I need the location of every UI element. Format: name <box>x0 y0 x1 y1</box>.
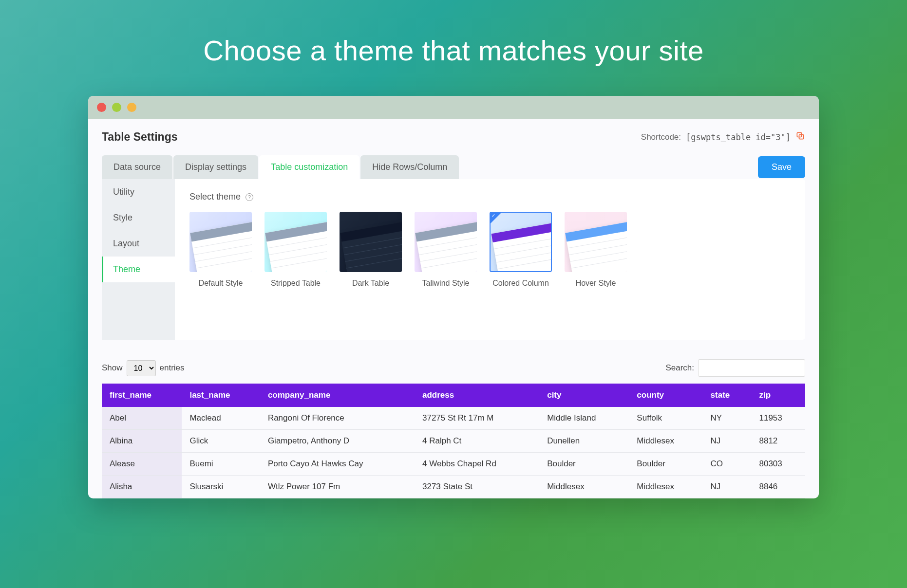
theme-card[interactable]: Taliwind Style <box>415 212 477 288</box>
table-header-row: first_namelast_namecompany_nameaddressci… <box>102 384 805 407</box>
column-header[interactable]: city <box>539 384 629 407</box>
search-label: Search: <box>665 363 694 373</box>
table-row: AlishaSlusarskiWtlz Power 107 Fm3273 Sta… <box>102 476 805 498</box>
check-icon: ✓ <box>491 213 495 218</box>
table-cell: Boulder <box>629 453 702 476</box>
show-label: Show <box>102 363 123 373</box>
theme-card[interactable]: Hover Style <box>565 212 627 288</box>
table-cell: Suffolk <box>629 407 702 430</box>
table-cell: Glick <box>182 430 260 453</box>
theme-name: Dark Table <box>340 279 402 288</box>
table-cell: NJ <box>703 430 752 453</box>
theme-card[interactable]: Stripped Table <box>265 212 327 288</box>
shortcode-label: Shortcode: <box>641 132 681 142</box>
theme-card[interactable]: ✓Colored Column <box>490 212 552 288</box>
theme-card[interactable]: Dark Table <box>340 212 402 288</box>
theme-thumbnail <box>265 212 327 272</box>
column-header[interactable]: address <box>415 384 539 407</box>
page-title: Table Settings <box>102 130 178 144</box>
table-cell: 4 Webbs Chapel Rd <box>415 453 539 476</box>
copy-icon[interactable] <box>795 131 805 143</box>
maximize-icon[interactable] <box>127 103 136 112</box>
main-tabs: Data source Display settings Table custo… <box>102 155 460 179</box>
table-cell: Porto Cayo At Hawks Cay <box>260 453 415 476</box>
save-button[interactable]: Save <box>758 156 805 178</box>
window-titlebar <box>88 96 819 119</box>
theme-thumbnail <box>565 212 627 272</box>
search-input[interactable] <box>698 359 805 377</box>
data-table: first_namelast_namecompany_nameaddressci… <box>102 384 805 498</box>
tab-display-settings[interactable]: Display settings <box>173 155 258 179</box>
table-cell: Boulder <box>539 453 629 476</box>
side-tabs: Utility Style Layout Theme <box>102 179 175 340</box>
entries-control: Show 10 entries <box>102 360 185 376</box>
column-header[interactable]: zip <box>751 384 805 407</box>
table-cell: Middle Island <box>539 407 629 430</box>
table-body: AbelMacleadRangoni Of Florence37275 St R… <box>102 407 805 498</box>
table-cell: Slusarski <box>182 476 260 498</box>
table-cell: Middlesex <box>629 476 702 498</box>
table-cell: Alisha <box>102 476 182 498</box>
shortcode-display: Shortcode: [gswpts_table id="3"] <box>641 131 805 143</box>
side-tab-utility[interactable]: Utility <box>102 179 175 205</box>
theme-name: Default Style <box>189 279 252 288</box>
side-tab-theme[interactable]: Theme <box>102 257 175 282</box>
theme-thumbnail: ✓ <box>490 212 552 272</box>
page-size-select[interactable]: 10 <box>127 360 156 376</box>
table-cell: 4 Ralph Ct <box>415 430 539 453</box>
table-cell: CO <box>703 453 752 476</box>
column-header[interactable]: county <box>629 384 702 407</box>
table-cell: Giampetro, Anthony D <box>260 430 415 453</box>
select-theme-label: Select theme ? <box>189 192 791 202</box>
table-cell: Dunellen <box>539 430 629 453</box>
tab-hide-rows-column[interactable]: Hide Rows/Column <box>360 155 459 179</box>
table-cell: Abel <box>102 407 182 430</box>
table-cell: Buemi <box>182 453 260 476</box>
side-tab-style[interactable]: Style <box>102 205 175 231</box>
column-header[interactable]: last_name <box>182 384 260 407</box>
column-header[interactable]: state <box>703 384 752 407</box>
search-control: Search: <box>665 359 805 377</box>
table-cell: Middlesex <box>539 476 629 498</box>
hero-title: Choose a theme that matches your site <box>0 0 907 96</box>
table-cell: Middlesex <box>629 430 702 453</box>
shortcode-value: [gswpts_table id="3"] <box>686 132 791 142</box>
table-cell: 80303 <box>751 453 805 476</box>
theme-name: Stripped Table <box>265 279 327 288</box>
table-cell: 3273 State St <box>415 476 539 498</box>
table-cell: NY <box>703 407 752 430</box>
tab-data-source[interactable]: Data source <box>102 155 172 179</box>
theme-thumbnail <box>189 212 252 272</box>
info-icon[interactable]: ? <box>246 193 253 201</box>
table-cell: Maclead <box>182 407 260 430</box>
table-cell: Alease <box>102 453 182 476</box>
table-cell: Rangoni Of Florence <box>260 407 415 430</box>
close-icon[interactable] <box>97 103 106 112</box>
theme-thumbnail <box>340 212 402 272</box>
table-cell: Albina <box>102 430 182 453</box>
theme-thumbnail <box>415 212 477 272</box>
table-cell: 8812 <box>751 430 805 453</box>
theme-name: Colored Column <box>490 279 552 288</box>
theme-name: Hover Style <box>565 279 627 288</box>
tab-table-customization[interactable]: Table customization <box>259 155 359 179</box>
app-window: Table Settings Shortcode: [gswpts_table … <box>88 96 819 498</box>
side-tab-layout[interactable]: Layout <box>102 231 175 257</box>
theme-card[interactable]: Default Style <box>189 212 252 288</box>
table-cell: 11953 <box>751 407 805 430</box>
entries-label: entries <box>160 363 185 373</box>
table-cell: NJ <box>703 476 752 498</box>
table-cell: Wtlz Power 107 Fm <box>260 476 415 498</box>
column-header[interactable]: company_name <box>260 384 415 407</box>
table-row: AleaseBuemiPorto Cayo At Hawks Cay4 Webb… <box>102 453 805 476</box>
theme-name: Taliwind Style <box>415 279 477 288</box>
themes-row: Default StyleStripped TableDark TableTal… <box>189 212 791 288</box>
table-cell: 8846 <box>751 476 805 498</box>
table-row: AbelMacleadRangoni Of Florence37275 St R… <box>102 407 805 430</box>
table-row: AlbinaGlickGiampetro, Anthony D4 Ralph C… <box>102 430 805 453</box>
minimize-icon[interactable] <box>112 103 121 112</box>
column-header[interactable]: first_name <box>102 384 182 407</box>
table-cell: 37275 St Rt 17m M <box>415 407 539 430</box>
